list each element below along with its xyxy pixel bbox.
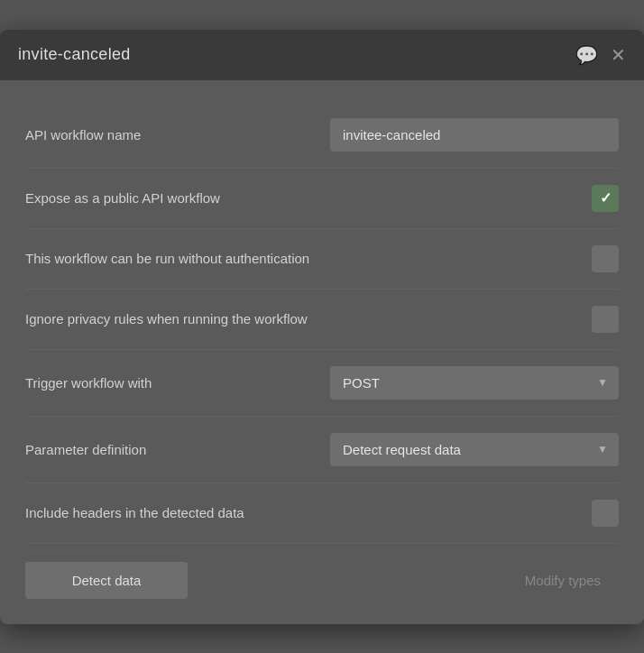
buttons-row: Detect data Modify types bbox=[25, 551, 619, 599]
include-headers-checkbox[interactable]: ✓ bbox=[592, 500, 619, 527]
modify-types-button[interactable]: Modify types bbox=[507, 562, 619, 599]
modal-container: invite-canceled 💬 ✕ API workflow name Ex… bbox=[0, 30, 644, 624]
api-workflow-name-control bbox=[260, 118, 619, 152]
parameter-definition-label: Parameter definition bbox=[25, 442, 260, 457]
checkmark-icon: ✓ bbox=[600, 189, 612, 207]
run-without-auth-control: ✓ bbox=[309, 245, 619, 272]
api-workflow-name-label: API workflow name bbox=[25, 127, 260, 143]
close-icon[interactable]: ✕ bbox=[611, 44, 626, 66]
expose-public-api-checkbox[interactable]: ✓ bbox=[592, 185, 619, 212]
api-workflow-name-input[interactable] bbox=[330, 118, 619, 152]
comment-icon[interactable]: 💬 bbox=[575, 44, 598, 66]
detect-data-button[interactable]: Detect data bbox=[25, 562, 188, 599]
ignore-privacy-rules-control: ✓ bbox=[308, 306, 619, 333]
expose-public-api-label: Expose as a public API workflow bbox=[25, 190, 260, 206]
modal-header: invite-canceled 💬 ✕ bbox=[0, 30, 644, 80]
trigger-workflow-label: Trigger workflow with bbox=[25, 375, 260, 391]
modal-title: invite-canceled bbox=[18, 45, 131, 64]
parameter-definition-control: Detect request data Define manually ▼ bbox=[260, 433, 619, 466]
parameter-definition-row: Parameter definition Detect request data… bbox=[25, 417, 619, 483]
trigger-workflow-select-wrapper: GET POST PUT DELETE PATCH ▼ bbox=[330, 366, 619, 400]
expose-public-api-row: Expose as a public API workflow ✓ bbox=[25, 169, 619, 229]
header-actions: 💬 ✕ bbox=[575, 44, 626, 66]
api-workflow-name-row: API workflow name bbox=[25, 102, 619, 169]
run-without-auth-label: This workflow can be run without authent… bbox=[25, 251, 309, 266]
run-without-auth-checkbox[interactable]: ✓ bbox=[592, 245, 619, 272]
expose-public-api-control: ✓ bbox=[260, 185, 619, 212]
ignore-privacy-rules-checkbox[interactable]: ✓ bbox=[592, 306, 619, 333]
ignore-privacy-rules-label: Ignore privacy rules when running the wo… bbox=[25, 311, 308, 326]
include-headers-row: Include headers in the detected data ✓ bbox=[25, 483, 619, 544]
parameter-definition-select-wrapper: Detect request data Define manually ▼ bbox=[330, 433, 619, 466]
run-without-auth-row: This workflow can be run without authent… bbox=[25, 229, 619, 290]
include-headers-label: Include headers in the detected data bbox=[25, 505, 260, 520]
parameter-definition-select[interactable]: Detect request data Define manually bbox=[330, 433, 619, 466]
modal-body: API workflow name Expose as a public API… bbox=[0, 80, 644, 624]
trigger-workflow-row: Trigger workflow with GET POST PUT DELET… bbox=[25, 350, 619, 417]
trigger-workflow-control: GET POST PUT DELETE PATCH ▼ bbox=[260, 366, 619, 400]
include-headers-control: ✓ bbox=[260, 500, 619, 527]
trigger-workflow-select[interactable]: GET POST PUT DELETE PATCH bbox=[330, 366, 619, 400]
ignore-privacy-rules-row: Ignore privacy rules when running the wo… bbox=[25, 290, 619, 350]
